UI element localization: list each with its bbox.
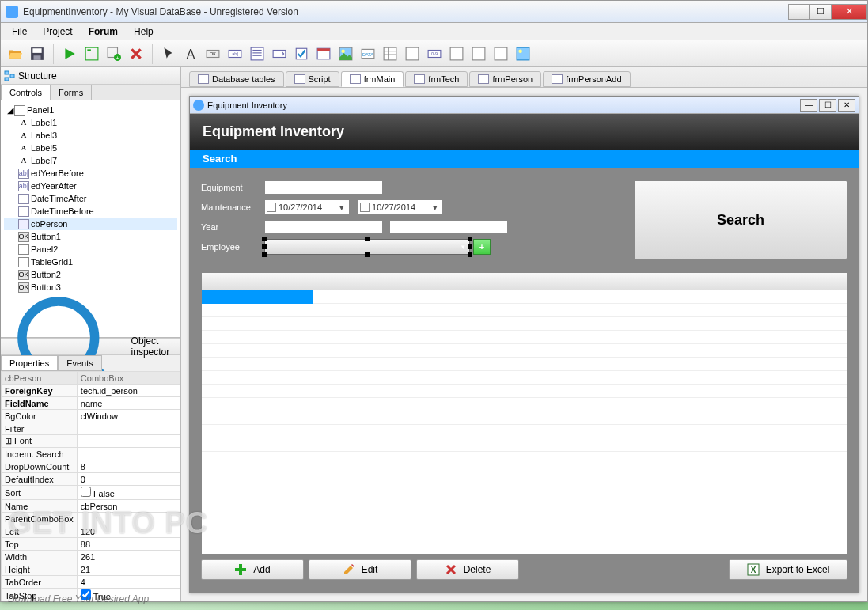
design-canvas: Equipment Inventory — ☐ ✕ Equipment Inve… (181, 88, 867, 601)
dropdown-icon[interactable]: ▾ (336, 203, 347, 213)
tree-item-cbPerson[interactable]: cbPerson (4, 218, 177, 230)
datetime-tool-icon[interactable] (314, 44, 333, 63)
property-row[interactable]: FieldNamename (2, 397, 180, 410)
pointer-icon[interactable] (159, 44, 178, 63)
excel-icon: X (747, 563, 760, 576)
checkbox-icon[interactable] (267, 203, 276, 212)
delete-button[interactable]: Delete (416, 559, 519, 580)
grid-tool-icon[interactable] (381, 44, 400, 63)
checkbox-icon[interactable] (360, 203, 370, 212)
checkbox-tool-icon[interactable] (292, 44, 311, 63)
delete-form-icon[interactable] (127, 44, 146, 63)
property-row[interactable]: Height21 (2, 563, 180, 576)
add-form-icon[interactable]: + (104, 44, 123, 63)
tool-icon-2[interactable] (469, 44, 488, 63)
doctab-Script[interactable]: Script (286, 71, 339, 87)
tree-item-DateTimeBefore[interactable]: DateTimeBefore (4, 205, 177, 218)
run-icon[interactable] (60, 44, 79, 63)
tree-item-Button2[interactable]: OKButton2 (4, 268, 177, 281)
label-icon[interactable]: A (181, 44, 200, 63)
menu-forum[interactable]: Forum (81, 25, 126, 39)
property-row[interactable]: ForeignKeytech.id_person (2, 385, 180, 397)
preview-maximize-button[interactable]: ☐ (819, 99, 836, 112)
property-row[interactable]: Increm. Search (2, 448, 180, 460)
tree-item-Panel1[interactable]: ◢Panel1 (4, 104, 177, 116)
save-icon[interactable] (28, 44, 47, 63)
doctab-frmTech[interactable]: frmTech (405, 71, 468, 87)
form-icon[interactable] (82, 44, 101, 63)
menu-project[interactable]: Project (35, 25, 80, 39)
panel-tool-icon[interactable] (403, 44, 422, 63)
open-icon[interactable] (6, 44, 25, 63)
doctab-frmPersonAdd[interactable]: frmPersonAdd (543, 71, 630, 87)
svg-rect-13 (251, 47, 263, 60)
edit-button[interactable]: Edit (309, 559, 411, 580)
tree-item-edYearAfter[interactable]: ab|edYearAfter (4, 180, 177, 192)
image-tool-icon[interactable] (336, 44, 355, 63)
svg-rect-33 (472, 47, 485, 60)
property-row[interactable]: DropDownCount8 (2, 460, 180, 473)
menu-file[interactable]: File (4, 25, 35, 39)
equipment-input[interactable] (264, 180, 383, 195)
property-row[interactable]: Sort False (2, 486, 180, 500)
combo-tool-icon[interactable] (270, 44, 289, 63)
property-row[interactable]: BgColorclWindow (2, 410, 180, 422)
date-from[interactable]: 10/27/2014▾ (264, 199, 350, 215)
export-button[interactable]: XExport to Excel (729, 559, 847, 580)
year-after-input[interactable] (389, 220, 508, 234)
checkbox-icon[interactable] (81, 589, 91, 600)
property-row[interactable]: ⊞ Font (2, 435, 180, 448)
tab-controls[interactable]: Controls (1, 85, 51, 100)
tree-item-Panel2[interactable]: Panel2 (4, 243, 177, 256)
add-person-button[interactable]: + (473, 239, 491, 255)
property-row[interactable]: cbPersonComboBox (2, 372, 180, 385)
search-button[interactable]: Search (634, 180, 847, 260)
result-grid[interactable] (201, 272, 847, 555)
doctab-frmMain[interactable]: frmMain (341, 71, 404, 87)
doctab-Database tables[interactable]: Database tables (189, 71, 284, 87)
tree-item-TableGrid1[interactable]: TableGrid1 (4, 256, 177, 268)
minimize-button[interactable]: — (788, 4, 810, 20)
A-icon: A (18, 131, 29, 141)
tree-item-edYearBefore[interactable]: ab|edYearBefore (4, 167, 177, 180)
preview-minimize-button[interactable]: — (800, 99, 817, 112)
tree-item-Label5[interactable]: ALabel5 (4, 142, 177, 154)
property-row[interactable]: ParentComboBox (2, 513, 180, 525)
tab-properties[interactable]: Properties (1, 355, 58, 371)
menu-help[interactable]: Help (126, 25, 161, 39)
tool-icon-1[interactable] (447, 44, 466, 63)
property-row[interactable]: Width261 (2, 551, 180, 563)
tree-item-Label1[interactable]: ALabel1 (4, 116, 177, 129)
close-button[interactable]: ✕ (831, 4, 867, 20)
memo-tool-icon[interactable] (248, 44, 267, 63)
property-row[interactable]: Top88 (2, 538, 180, 551)
property-row[interactable]: TabOrder4 (2, 576, 180, 589)
property-row[interactable]: Filter (2, 422, 180, 435)
preview-close-button[interactable]: ✕ (838, 99, 855, 112)
maximize-button[interactable]: ☐ (809, 4, 832, 20)
tab-forms[interactable]: Forms (50, 85, 92, 100)
doctab-frmPerson[interactable]: frmPerson (469, 71, 541, 87)
dropdown-icon[interactable]: ▾ (430, 203, 441, 213)
tab-events[interactable]: Events (58, 355, 102, 371)
tool-icon-3[interactable] (491, 44, 510, 63)
tree-item-Label7[interactable]: ALabel7 (4, 154, 177, 167)
property-grid[interactable]: cbPersonComboBoxForeignKeytech.id_person… (1, 371, 180, 601)
edit-tool-icon[interactable]: ab| (226, 44, 244, 63)
button-tool-icon[interactable]: OK (203, 44, 222, 63)
counter-tool-icon[interactable]: 0-9 (425, 44, 444, 63)
add-button[interactable]: Add (201, 559, 304, 580)
checkbox-icon[interactable] (81, 487, 91, 497)
data-tool-icon[interactable]: DATA (358, 44, 377, 63)
property-row[interactable]: Left120 (2, 525, 180, 538)
property-row[interactable]: NamecbPerson (2, 500, 180, 513)
tree-item-Button1[interactable]: OKButton1 (4, 230, 177, 243)
toolbar: + A OK ab| DATA 0-9 (1, 40, 867, 67)
property-row[interactable]: DefaultIndex0 (2, 473, 180, 486)
picture-tool-icon[interactable] (514, 44, 533, 63)
tree-item-DateTimeAfter[interactable]: DateTimeAfter (4, 192, 177, 205)
date-to[interactable]: 10/27/2014▾ (358, 199, 443, 215)
year-before-input[interactable] (264, 220, 383, 234)
property-row[interactable]: TabStop True (2, 589, 180, 602)
tree-item-Label3[interactable]: ALabel3 (4, 129, 177, 142)
